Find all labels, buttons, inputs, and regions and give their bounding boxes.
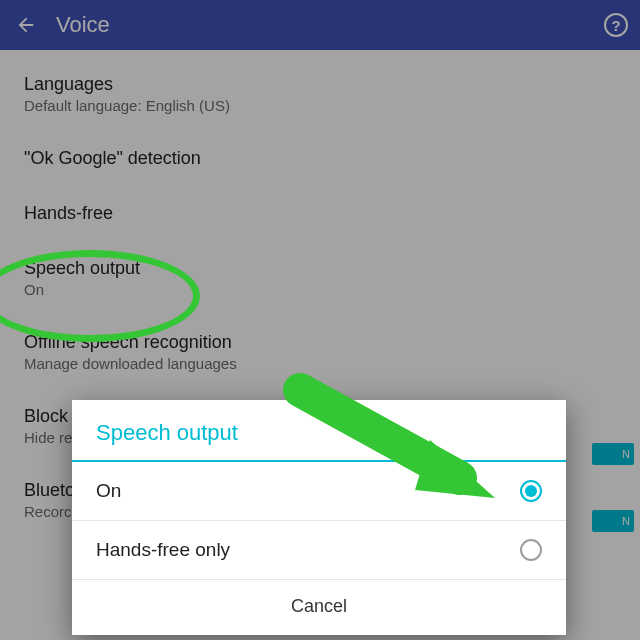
setting-title: Speech output: [24, 258, 616, 279]
radio-icon[interactable]: [520, 480, 542, 502]
setting-title: Offline speech recognition: [24, 332, 616, 353]
setting-ok-google[interactable]: "Ok Google" detection: [0, 132, 640, 187]
speech-output-dialog: Speech output On Hands-free only Cancel: [72, 400, 566, 635]
setting-subtitle: Manage downloaded languages: [24, 355, 616, 372]
toggle-block[interactable]: N: [592, 443, 634, 465]
setting-speech-output[interactable]: Speech output On: [0, 242, 640, 316]
setting-title: Languages: [24, 74, 616, 95]
radio-icon[interactable]: [520, 539, 542, 561]
setting-subtitle: On: [24, 281, 616, 298]
app-bar: Voice ?: [0, 0, 640, 50]
setting-offline-recognition[interactable]: Offline speech recognition Manage downlo…: [0, 316, 640, 390]
setting-title: Hands-free: [24, 203, 616, 224]
setting-subtitle: Default language: English (US): [24, 97, 616, 114]
toggle-bluetooth[interactable]: N: [592, 510, 634, 532]
setting-title: "Ok Google" detection: [24, 148, 616, 169]
dialog-option-hands-free-only[interactable]: Hands-free only: [72, 521, 566, 580]
help-icon[interactable]: ?: [604, 13, 628, 37]
voice-settings-screen: Voice ? Languages Default language: Engl…: [0, 0, 640, 640]
dialog-cancel-button[interactable]: Cancel: [72, 580, 566, 635]
setting-languages[interactable]: Languages Default language: English (US): [0, 58, 640, 132]
setting-hands-free[interactable]: Hands-free: [0, 187, 640, 242]
app-bar-title: Voice: [56, 12, 110, 38]
dialog-option-on[interactable]: On: [72, 462, 566, 521]
dialog-title: Speech output: [72, 400, 566, 462]
option-label: On: [96, 480, 520, 502]
option-label: Hands-free only: [96, 539, 520, 561]
back-arrow-icon[interactable]: [12, 11, 40, 39]
